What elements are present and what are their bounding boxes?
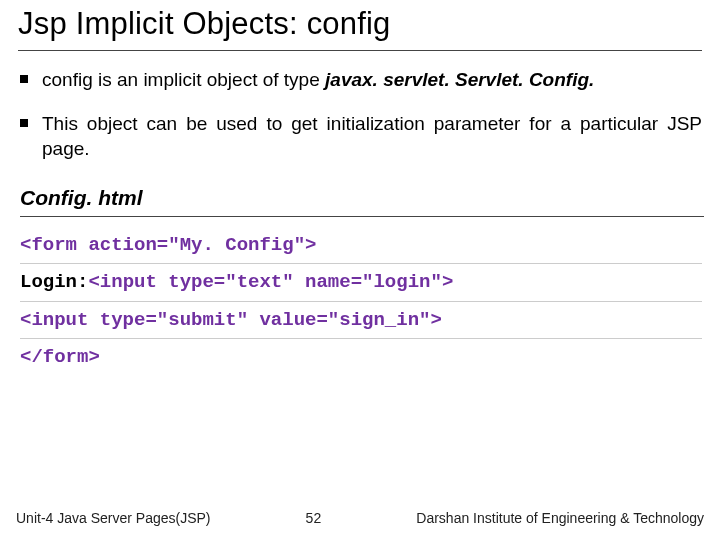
- bullet-item: This object can be used to get initializ…: [18, 111, 702, 162]
- footer-right: Darshan Institute of Engineering & Techn…: [416, 510, 720, 526]
- footer: Unit-4 Java Server Pages(JSP) 52 Darshan…: [0, 510, 720, 526]
- bullet-emph: javax. servlet. Servlet. Config.: [325, 69, 594, 90]
- code-line: Login:<input type="text" name="login">: [20, 264, 702, 301]
- code-line: </form>: [20, 339, 702, 375]
- code-block: <form action="My. Config"> Login:<input …: [18, 227, 702, 375]
- code-token: </form>: [20, 346, 100, 368]
- code-line: <input type="submit" value="sign_in">: [20, 302, 702, 339]
- bullet-text: This object can be used to get initializ…: [42, 113, 702, 160]
- code-token: <input type="text" name="login">: [88, 271, 453, 293]
- bullet-item: config is an implicit object of type jav…: [18, 67, 702, 93]
- code-token: <form action="My. Config">: [20, 234, 316, 256]
- bullet-text: config is an implicit object of type: [42, 69, 325, 90]
- page-title: Jsp Implicit Objects: config: [18, 4, 702, 51]
- code-token: <input type="submit" value="sign_in">: [20, 309, 442, 331]
- section-subhead: Config. html: [20, 186, 704, 217]
- code-token: Login:: [20, 271, 88, 293]
- code-line: <form action="My. Config">: [20, 227, 702, 264]
- footer-left: Unit-4 Java Server Pages(JSP): [0, 510, 211, 526]
- bullet-list: config is an implicit object of type jav…: [18, 67, 702, 162]
- page-number: 52: [211, 510, 417, 526]
